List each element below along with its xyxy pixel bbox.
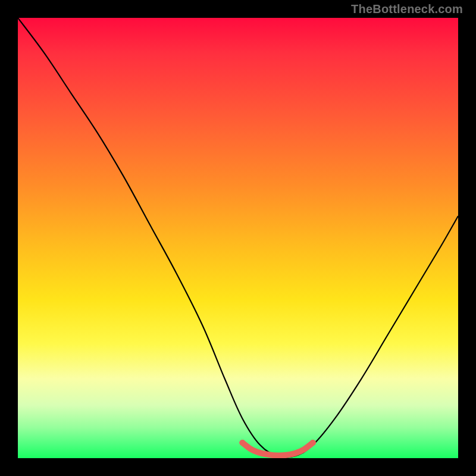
optimal-range-start-dot [239, 440, 245, 446]
watermark-label: TheBottleneck.com [351, 2, 463, 16]
optimal-range-end-dot [310, 440, 316, 446]
plot-area [18, 18, 458, 458]
chart-stage: TheBottleneck.com [0, 0, 476, 476]
curve-layer [18, 18, 458, 458]
bottleneck-curve-path [18, 18, 458, 458]
optimal-range-path [242, 443, 312, 455]
